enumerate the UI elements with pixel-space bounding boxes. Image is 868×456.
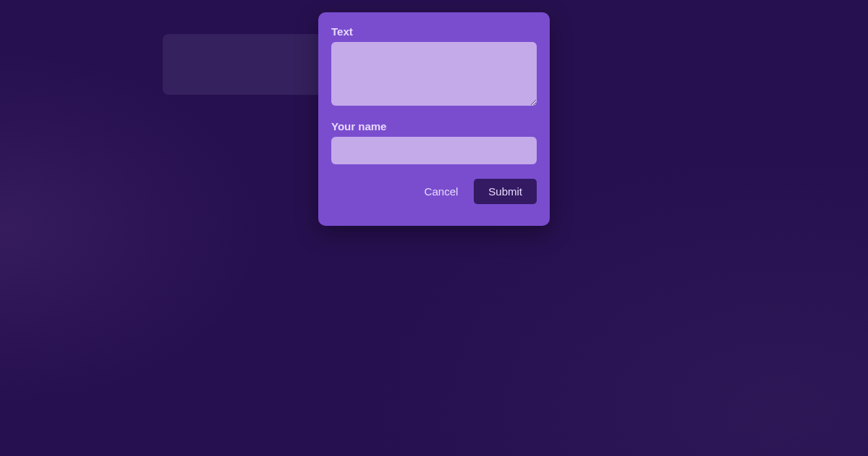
button-row: Cancel Submit — [331, 179, 537, 204]
name-field-group: Your name — [331, 120, 537, 164]
text-field-group: Text — [331, 25, 537, 109]
submit-button[interactable]: Submit — [474, 179, 537, 204]
text-input[interactable] — [331, 42, 537, 106]
form-modal: Text Your name Cancel Submit — [318, 12, 550, 226]
name-input[interactable] — [331, 137, 537, 164]
text-label: Text — [331, 25, 537, 38]
name-label: Your name — [331, 120, 537, 132]
cancel-button[interactable]: Cancel — [420, 179, 463, 204]
